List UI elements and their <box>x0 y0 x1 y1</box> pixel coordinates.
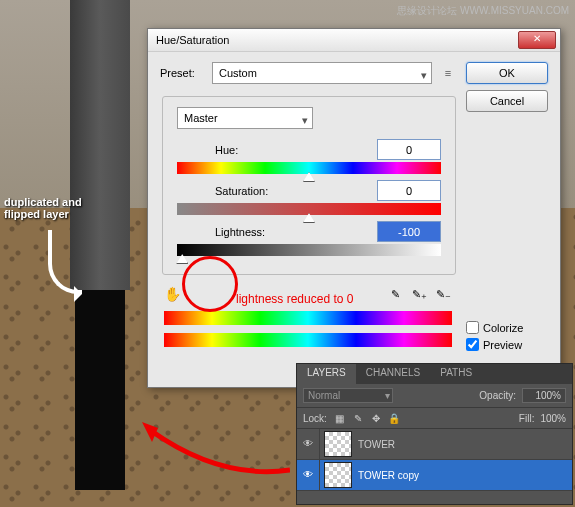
channel-dropdown[interactable]: Master <box>177 107 313 129</box>
lock-all-icon[interactable]: 🔒 <box>387 411 401 425</box>
layers-panel: LAYERS CHANNELS PATHS Normal Opacity: 10… <box>296 363 573 505</box>
opacity-label: Opacity: <box>479 390 516 401</box>
red-callout-text: lightness reduced to 0 <box>236 292 353 306</box>
lock-move-icon[interactable]: ✥ <box>369 411 383 425</box>
adjustment-group: Master Hue: Saturation: <box>162 96 456 275</box>
colorize-input[interactable] <box>466 321 479 334</box>
layer-thumbnail[interactable] <box>324 431 352 457</box>
layer-row[interactable]: 👁 TOWER <box>297 429 572 460</box>
fill-label: Fill: <box>519 413 535 424</box>
lock-brush-icon[interactable]: ✎ <box>351 411 365 425</box>
panel-tabs: LAYERS CHANNELS PATHS <box>297 364 572 384</box>
lightness-handle[interactable] <box>176 254 188 264</box>
saturation-handle[interactable] <box>303 213 315 223</box>
targeted-adjust-icon[interactable]: ✋ <box>164 286 181 302</box>
tab-channels[interactable]: CHANNELS <box>356 364 430 384</box>
red-callout-circle <box>182 256 238 312</box>
visibility-icon[interactable]: 👁 <box>297 460 320 490</box>
annotation-line2: flipped layer <box>4 208 69 220</box>
tab-layers[interactable]: LAYERS <box>297 364 356 384</box>
layer-name[interactable]: TOWER copy <box>356 470 572 481</box>
tower-shadow <box>75 290 125 490</box>
preview-input[interactable] <box>466 338 479 351</box>
hue-label: Hue: <box>177 144 377 156</box>
lock-transparency-icon[interactable]: ▦ <box>333 411 347 425</box>
lightness-label: Lightness: <box>177 226 377 238</box>
preset-dropdown[interactable]: Custom <box>212 62 432 84</box>
eyedropper-icon[interactable]: ✎ <box>386 285 404 303</box>
red-arrow <box>140 420 290 480</box>
visibility-icon[interactable]: 👁 <box>297 429 320 459</box>
lightness-input[interactable] <box>377 221 441 242</box>
tab-paths[interactable]: PATHS <box>430 364 482 384</box>
dialog-title: Hue/Saturation <box>152 34 518 46</box>
hue-block: Hue: <box>177 139 441 174</box>
layer-thumbnail[interactable] <box>324 462 352 488</box>
colorize-label: Colorize <box>483 322 523 334</box>
spectrum-bar-top <box>164 311 452 325</box>
lightness-block: Lightness: <box>177 221 441 256</box>
watermark-text: 思缘设计论坛 WWW.MISSYUAN.COM <box>397 4 569 18</box>
fill-value[interactable]: 100% <box>540 413 566 424</box>
cancel-button[interactable]: Cancel <box>466 90 548 112</box>
preview-label: Preview <box>483 339 522 351</box>
saturation-slider[interactable] <box>177 203 441 215</box>
colorize-checkbox[interactable]: Colorize <box>466 321 548 334</box>
saturation-label: Saturation: <box>177 185 377 197</box>
hue-saturation-dialog: Hue/Saturation ✕ Preset: Custom ≡ Master… <box>147 28 561 388</box>
ok-button[interactable]: OK <box>466 62 548 84</box>
saturation-block: Saturation: <box>177 180 441 215</box>
blend-mode-dropdown[interactable]: Normal <box>303 388 393 403</box>
opacity-value[interactable]: 100% <box>522 388 566 403</box>
close-button[interactable]: ✕ <box>518 31 556 49</box>
preview-checkbox[interactable]: Preview <box>466 338 548 351</box>
annotation-flipped: duplicated and flipped layer <box>4 196 82 220</box>
eyedropper-minus-icon[interactable]: ✎₋ <box>434 285 452 303</box>
saturation-input[interactable] <box>377 180 441 201</box>
dialog-titlebar[interactable]: Hue/Saturation ✕ <box>148 29 560 52</box>
preset-menu-icon[interactable]: ≡ <box>440 67 456 79</box>
layer-row[interactable]: 👁 TOWER copy <box>297 460 572 491</box>
hue-input[interactable] <box>377 139 441 160</box>
hue-handle[interactable] <box>303 172 315 182</box>
eyedropper-plus-icon[interactable]: ✎₊ <box>410 285 428 303</box>
spectrum-bar-bottom <box>164 333 452 347</box>
lock-label: Lock: <box>303 413 327 424</box>
lightness-slider[interactable] <box>177 244 441 256</box>
annotation-line1: duplicated and <box>4 196 82 208</box>
layer-list: 👁 TOWER 👁 TOWER copy <box>297 429 572 491</box>
layer-name[interactable]: TOWER <box>356 439 572 450</box>
preset-label: Preset: <box>160 67 204 79</box>
hue-slider[interactable] <box>177 162 441 174</box>
